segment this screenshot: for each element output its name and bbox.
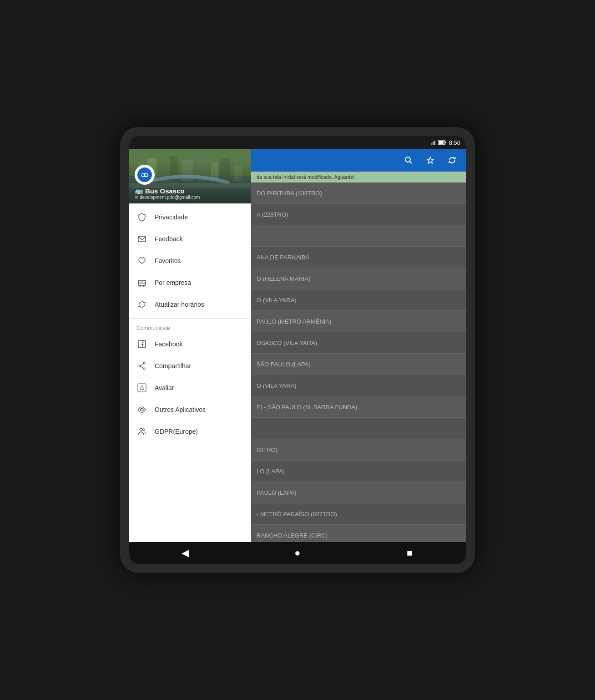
- menu-label-gdpr: GDPR(Europe): [155, 428, 198, 435]
- mail-icon: [136, 233, 147, 244]
- facebook-icon: [136, 339, 147, 350]
- notice-bar: da sua tela inicial será modificado. Agu…: [251, 172, 466, 183]
- svg-point-28: [140, 285, 141, 287]
- drawer-menu: Privacidade Feedback: [129, 203, 251, 542]
- people-icon: [136, 426, 147, 437]
- shield-icon: [136, 212, 147, 223]
- route-item[interactable]: [251, 418, 466, 439]
- route-item[interactable]: DO PIRITUBA (439TRO): [251, 183, 466, 204]
- svg-marker-44: [427, 157, 434, 163]
- route-item[interactable]: SÃO PAULO (LAPA): [251, 354, 466, 375]
- menu-item-privacy[interactable]: Privacidade: [129, 206, 251, 228]
- route-item[interactable]: - METRÔ PARAÍSO (827TRO): [251, 503, 466, 525]
- svg-point-29: [143, 285, 145, 287]
- menu-label-by-company: Por empresa: [155, 279, 191, 286]
- menu-item-facebook[interactable]: Facebook: [129, 333, 251, 355]
- route-text: PAULO (METRÔ ARMÊNIA): [257, 318, 331, 325]
- star-button[interactable]: [422, 152, 439, 168]
- route-item[interactable]: RANCHO ALEGRE (CIRC): [251, 525, 466, 542]
- refresh-icon: [136, 299, 147, 310]
- star-plus-icon: [136, 382, 147, 393]
- home-button[interactable]: ●: [284, 544, 311, 562]
- route-text: - METRÔ PARAÍSO (827TRO): [257, 511, 337, 517]
- svg-point-21: [146, 177, 147, 178]
- menu-item-feedback[interactable]: Feedback: [129, 228, 251, 250]
- menu-item-favorites[interactable]: Favoritos: [129, 250, 251, 272]
- battery-icon: [438, 140, 446, 145]
- menu-label-facebook: Facebook: [155, 340, 182, 348]
- svg-point-40: [140, 428, 142, 431]
- share-icon: [136, 360, 147, 371]
- menu-item-update-schedules[interactable]: Atualizar horários: [129, 294, 251, 315]
- menu-item-other-apps[interactable]: Outros Aplicativos: [129, 399, 251, 421]
- route-text: E) - SÃO PAULO (M. BARRA FUNDA): [257, 404, 358, 411]
- app-logo-inner: [137, 167, 152, 182]
- search-button[interactable]: [400, 152, 417, 168]
- menu-label-favorites: Favoritos: [155, 257, 181, 264]
- menu-item-share[interactable]: Compartilhar: [129, 355, 251, 377]
- svg-line-35: [141, 364, 143, 365]
- routes-list[interactable]: DO PIRITUBA (439TRO) A (228TRO) ANA DE P…: [251, 183, 466, 542]
- route-item[interactable]: OSASCO (VILA YARA): [251, 332, 466, 354]
- content-area: da sua tela inicial será modificado. Agu…: [251, 149, 466, 542]
- menu-label-feedback: Feedback: [155, 235, 182, 243]
- main-area: 🚌 Bus Osasco ✉ development.pdd@gmail.com: [129, 149, 466, 542]
- back-button[interactable]: ◀: [171, 544, 199, 562]
- svg-rect-22: [142, 174, 144, 176]
- route-text: [257, 425, 258, 432]
- route-item[interactable]: PAULO (LAPA): [251, 482, 466, 503]
- refresh-button[interactable]: [444, 152, 460, 168]
- route-text: [257, 233, 258, 239]
- route-text: O (HELENA MARIA): [257, 275, 310, 282]
- navigation-drawer: 🚌 Bus Osasco ✉ development.pdd@gmail.com: [129, 149, 251, 542]
- route-text: O (VILA YARA): [257, 382, 297, 389]
- route-item[interactable]: PAULO (METRÔ ARMÊNIA): [251, 311, 466, 332]
- route-text: LO (LAPA): [257, 468, 285, 475]
- menu-label-rate: Avaliar: [155, 384, 174, 391]
- bottom-navigation: ◀ ● ■: [129, 542, 466, 564]
- menu-item-by-company[interactable]: Por empresa: [129, 272, 251, 294]
- menu-label-update-schedules: Atualizar horários: [155, 301, 204, 308]
- svg-point-20: [142, 177, 144, 178]
- menu-label-share: Compartilhar: [155, 362, 191, 370]
- menu-item-gdpr[interactable]: GDPR(Europe): [129, 421, 251, 442]
- drawer-header-overlay: 🚌 Bus Osasco ✉ development.pdd@gmail.com: [129, 161, 251, 203]
- time-display: 8:50: [449, 139, 460, 146]
- eye-icon: [136, 404, 147, 415]
- menu-label-privacy: Privacidade: [155, 213, 188, 221]
- svg-rect-5: [445, 142, 446, 143]
- route-item[interactable]: [251, 225, 466, 247]
- app-email: ✉ development.pdd@gmail.com: [135, 195, 246, 200]
- device: 8:50: [120, 127, 475, 573]
- recent-button[interactable]: ■: [396, 544, 424, 562]
- app-logo: [135, 165, 155, 185]
- route-text: SÃO PAULO (LAPA): [257, 361, 311, 368]
- svg-point-34: [143, 368, 145, 370]
- heart-icon: [136, 255, 147, 266]
- route-text: PAULO (LAPA): [257, 489, 297, 496]
- route-item[interactable]: O (VILA YARA): [251, 375, 466, 396]
- route-text: OSASCO (VILA YARA): [257, 340, 317, 346]
- communicate-section-header: Communicate: [129, 321, 251, 333]
- svg-point-41: [143, 429, 145, 431]
- route-item[interactable]: E) - SÃO PAULO (M. BARRA FUNDA): [251, 396, 466, 418]
- svg-line-36: [141, 366, 143, 368]
- drawer-header: 🚌 Bus Osasco ✉ development.pdd@gmail.com: [129, 149, 251, 203]
- header-image: 🚌 Bus Osasco ✉ development.pdd@gmail.com: [129, 149, 251, 203]
- status-bar: 8:50: [129, 136, 466, 149]
- route-item[interactable]: A (228TRO): [251, 204, 466, 225]
- route-item[interactable]: O (HELENA MARIA): [251, 268, 466, 289]
- signal-icon: [428, 140, 435, 145]
- route-item[interactable]: ANA DE PARNAIBA: [251, 247, 466, 268]
- svg-rect-26: [139, 281, 141, 283]
- menu-label-other-apps: Outros Aplicativos: [155, 406, 206, 413]
- route-text: A (228TRO): [257, 211, 288, 218]
- route-item[interactable]: LO (LAPA): [251, 461, 466, 482]
- route-text: RANCHO ALEGRE (CIRC): [257, 532, 328, 539]
- menu-item-rate[interactable]: Avaliar: [129, 377, 251, 399]
- svg-point-33: [139, 365, 141, 367]
- route-text: 03TRO): [257, 446, 277, 453]
- route-item[interactable]: O (VILA YARA): [251, 289, 466, 311]
- route-item[interactable]: 03TRO): [251, 439, 466, 461]
- route-text: ANA DE PARNAIBA: [257, 254, 309, 261]
